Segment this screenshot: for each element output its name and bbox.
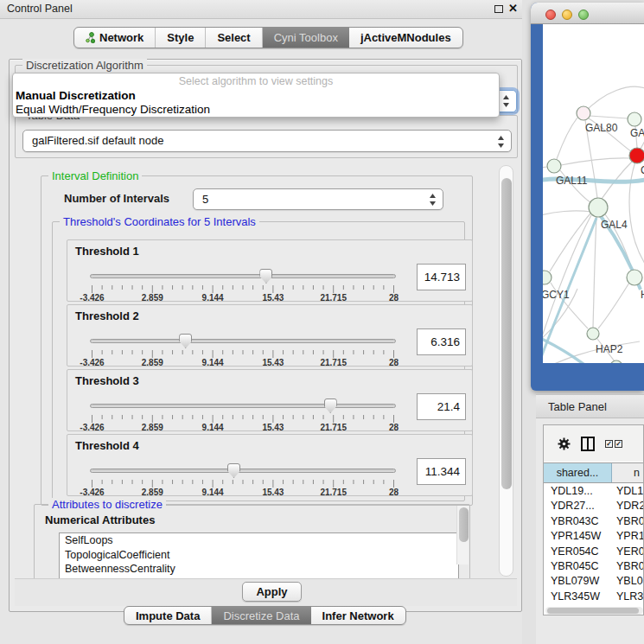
attributes-list-scrollbar[interactable] <box>456 506 469 564</box>
network-canvas[interactable]: GAL80GACGAL11GAL4GCY1HHAP2 <box>543 24 644 363</box>
tab-infer-network[interactable]: Infer Network <box>311 607 405 624</box>
table-row[interactable]: YER054CYER0 <box>544 545 644 559</box>
table-cell: YDL1 <box>612 484 644 499</box>
table-cell: YDL19... <box>544 484 612 499</box>
table-cell: YBL079W <box>544 574 612 589</box>
table-horizontal-scrollbar[interactable] <box>545 607 643 615</box>
tab-discretize-data[interactable]: Discretize Data <box>212 607 310 624</box>
threshold-slider[interactable]: -3.4262.8599.14415.4321.71528 <box>90 331 399 366</box>
numerical-attributes-list[interactable]: SelfLoopsTopologicalCoefficientBetweenne… <box>59 532 459 578</box>
threshold-slider[interactable]: -3.4262.8599.14415.4321.71528 <box>90 266 399 301</box>
gear-icon[interactable] <box>558 437 571 450</box>
network-node[interactable] <box>589 198 608 217</box>
table-cell: YBR043C <box>544 514 612 529</box>
tab-label: Discretize Data <box>223 609 299 622</box>
table-row[interactable]: YDL19...YDL1 <box>544 484 644 499</box>
network-node[interactable] <box>610 360 622 363</box>
scrollbar-thumb[interactable] <box>547 608 639 614</box>
threshold-value-field[interactable]: 6.316 <box>417 328 466 355</box>
slider-track[interactable] <box>90 274 396 278</box>
screen: { "titlebar": { "title": "Control Panel"… <box>0 0 644 644</box>
tick-label: 28 <box>389 423 399 432</box>
attribute-list-item[interactable]: SelfLoops <box>60 533 458 548</box>
attribute-list-item[interactable]: BetweennessCentrality <box>60 562 458 577</box>
threshold-slider[interactable]: -3.4262.8599.14415.4321.71528 <box>90 396 399 430</box>
tab-jactivemnodules[interactable]: jActiveMNodules <box>349 28 462 48</box>
dropdown-option-manual-discretization[interactable]: Manual Discretization <box>16 89 136 102</box>
table-row[interactable]: YBL079WYBL0 <box>544 574 644 589</box>
network-node[interactable] <box>629 148 644 163</box>
attribute-list-item[interactable]: TopologicalCoefficient <box>60 548 458 563</box>
network-node[interactable] <box>577 106 590 120</box>
table-row[interactable]: YPR145WYPR1 <box>544 529 644 544</box>
slider-track[interactable] <box>90 469 396 473</box>
tab-label: Select <box>217 31 250 44</box>
network-node[interactable] <box>628 112 641 126</box>
tick-label: 21.715 <box>320 488 347 497</box>
table-cell: YBR0 <box>612 559 644 574</box>
tick-label: 15.43 <box>262 293 284 303</box>
network-node[interactable] <box>587 328 599 340</box>
threshold-slider[interactable]: -3.4262.8599.14415.4321.71528 <box>90 461 399 495</box>
tick-label: 28 <box>389 488 399 497</box>
network-edge <box>593 217 596 328</box>
close-icon[interactable]: ✕ <box>508 2 518 15</box>
slider-thumb[interactable] <box>324 399 337 413</box>
tab-select[interactable]: Select <box>206 28 262 48</box>
checkbox-icon: ✓ <box>605 440 613 448</box>
column-header-name[interactable]: n <box>612 463 644 482</box>
table-row[interactable]: YLR345WYLR3 <box>544 590 644 604</box>
network-node[interactable] <box>627 270 642 285</box>
slider-track[interactable] <box>90 339 396 343</box>
number-of-intervals-combobox[interactable]: 5 <box>193 188 443 210</box>
tab-cyni-toolbox[interactable]: Cyni Toolbox <box>263 28 349 48</box>
tick-label: 2.859 <box>142 488 163 497</box>
table-row[interactable]: YBR045CYBR0 <box>544 559 644 574</box>
threshold-panel: Threshold 2 -3.4262.8599.14415.4321.7152… <box>67 304 473 367</box>
tab-network[interactable]: Network <box>74 28 156 48</box>
column-header-shared-name[interactable]: shared... <box>544 463 612 482</box>
network-node[interactable] <box>543 271 552 284</box>
network-node[interactable] <box>547 159 561 173</box>
minimize-traffic-light-icon[interactable] <box>562 10 572 20</box>
threshold-value-field[interactable]: 21.4 <box>417 393 466 420</box>
scrollbar-thumb[interactable] <box>501 178 512 489</box>
threshold-label: Threshold 4 <box>75 439 139 452</box>
network-edge <box>583 86 644 113</box>
threshold-value-field[interactable]: 11.344 <box>417 458 466 485</box>
table-cell: YDR2 <box>612 499 644 513</box>
network-node-label: GAL4 <box>601 219 628 231</box>
threshold-panel: Threshold 4 -3.4262.8599.14415.4321.7152… <box>67 434 473 496</box>
scrollbar-thumb[interactable] <box>459 507 469 542</box>
apply-button[interactable]: Apply <box>242 582 302 602</box>
close-traffic-light-icon[interactable] <box>545 10 556 20</box>
float-window-icon[interactable] <box>494 5 503 13</box>
slider-thumb[interactable] <box>227 463 240 478</box>
bottom-tab-bar: Impute Data Discretize Data Infer Networ… <box>124 606 406 625</box>
table-row[interactable]: YBR043CYBR0 <box>544 514 644 529</box>
table-data-combobox[interactable]: galFiltered.sif default node <box>22 130 512 152</box>
split-columns-icon[interactable] <box>581 437 595 451</box>
column-visibility-icons[interactable]: ✓ ✓ <box>605 440 622 448</box>
slider-track[interactable] <box>90 404 396 408</box>
network-node-label: HAP2 <box>596 343 623 355</box>
threshold-value-field[interactable]: 14.713 <box>417 264 466 290</box>
network-node-label: H <box>641 289 644 301</box>
zoom-traffic-light-icon[interactable] <box>578 10 589 20</box>
slider-tick-labels: -3.4262.8599.14415.4321.71528 <box>90 293 396 303</box>
dropdown-option-equal-width-frequency[interactable]: Equal Width/Frequency Discretization <box>16 103 210 116</box>
tick-label: 28 <box>389 293 399 303</box>
stepper-arrows-icon <box>497 135 505 149</box>
slider-thumb[interactable] <box>259 269 272 284</box>
tab-style[interactable]: Style <box>156 28 206 48</box>
network-graph-icon <box>86 32 95 43</box>
network-window-titlebar[interactable] <box>531 3 644 24</box>
table-row[interactable]: YDR27...YDR2 <box>544 499 644 513</box>
slider-thumb[interactable] <box>179 334 192 348</box>
network-node-label: GAL11 <box>556 175 588 187</box>
interval-definition-group: Interval Definition Number of Intervals … <box>41 175 473 506</box>
network-edge <box>561 158 629 165</box>
tab-impute-data[interactable]: Impute Data <box>124 607 212 624</box>
stepper-arrows-icon <box>502 94 510 108</box>
settings-scrollbar[interactable] <box>499 165 513 577</box>
